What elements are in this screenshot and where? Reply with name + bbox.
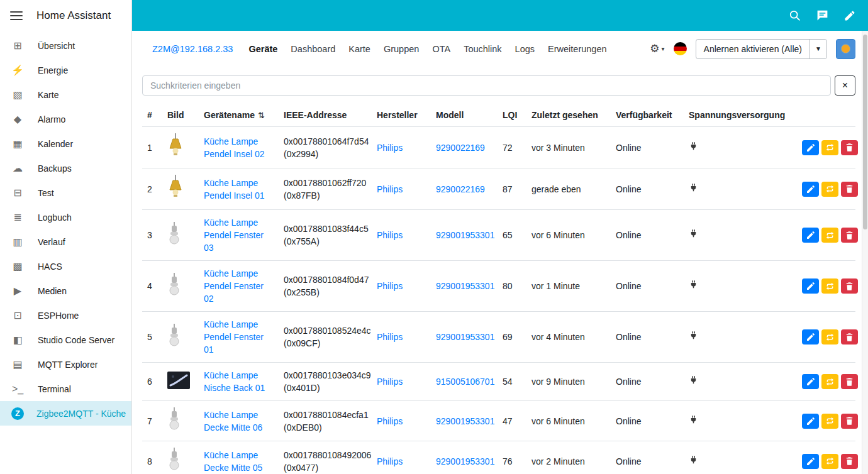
german-flag-icon[interactable]: [674, 42, 687, 55]
sidebar-item-terminal[interactable]: >_Terminal: [0, 377, 131, 401]
plug-icon: [689, 455, 698, 465]
edit-device-button[interactable]: [802, 140, 819, 155]
sidebar-item-zigbee2mqtt-kueche[interactable]: ZZigbee2MQTT - Küche: [0, 401, 131, 426]
remove-device-button[interactable]: [841, 228, 858, 243]
remove-device-button[interactable]: [841, 278, 858, 294]
edit-device-button[interactable]: [802, 329, 819, 344]
sidebar-item-label: Zigbee2MQTT - Küche: [36, 409, 126, 419]
sidebar-item-verlauf[interactable]: ▥Verlauf: [0, 229, 131, 254]
z2m-tab-logs[interactable]: Logs: [515, 44, 535, 54]
z2m-tab-karte[interactable]: Karte: [348, 44, 370, 54]
device-name-link[interactable]: Küche LampePendel Fenster 01: [204, 318, 274, 356]
z2m-tab-geräte[interactable]: Geräte: [248, 44, 277, 54]
model-link[interactable]: 915005106701: [436, 377, 494, 387]
settings-dropdown[interactable]: ⚙▾: [650, 42, 664, 55]
z2m-tab-dashboard[interactable]: Dashboard: [291, 44, 335, 54]
column-header[interactable]: Gerätename⇅: [199, 104, 279, 127]
edit-icon[interactable]: [839, 5, 860, 26]
search-input[interactable]: [142, 75, 831, 96]
reconfigure-device-button[interactable]: [821, 228, 838, 243]
sidebar-item-hacs[interactable]: ▩HACS: [0, 254, 131, 278]
edit-device-button[interactable]: [802, 278, 819, 294]
sort-icon[interactable]: ⇅: [258, 111, 265, 120]
chat-icon[interactable]: [811, 5, 833, 26]
sidebar-item-energie[interactable]: ⚡Energie: [0, 58, 131, 82]
model-link[interactable]: 929001953301: [436, 332, 494, 342]
reconfigure-device-button[interactable]: [821, 374, 838, 389]
vendor-link[interactable]: Philips: [377, 230, 403, 240]
model-link[interactable]: 929001953301: [436, 230, 494, 240]
model-link[interactable]: 929001953301: [436, 456, 494, 466]
edit-device-button[interactable]: [802, 414, 819, 429]
reconfigure-device-button[interactable]: [821, 329, 838, 344]
edit-device-button[interactable]: [802, 228, 819, 243]
sidebar-item-test[interactable]: ⊟Test: [0, 180, 131, 205]
device-name-link[interactable]: Küche LampePendel Fenster 03: [204, 216, 274, 254]
sidebar-item-studio-code-server[interactable]: ◧Studio Code Server: [0, 328, 131, 352]
vendor-link[interactable]: Philips: [377, 456, 403, 466]
device-name-link[interactable]: Küche LampeNische Back 01: [204, 369, 265, 394]
sidebar-item-esphome[interactable]: ⊡ESPHome: [0, 303, 131, 328]
sidebar-item-medien[interactable]: ▶Medien: [0, 278, 131, 303]
remove-device-button[interactable]: [841, 414, 858, 429]
sidebar-item-kalender[interactable]: ▦Kalender: [0, 131, 131, 156]
remove-device-button[interactable]: [841, 140, 858, 155]
edit-device-button[interactable]: [802, 374, 819, 389]
model-link[interactable]: 929001953301: [436, 416, 494, 426]
scrollbar-thumb[interactable]: [863, 35, 867, 229]
row-number: 5: [142, 312, 162, 363]
scrollbar[interactable]: [862, 31, 868, 474]
reconfigure-device-button[interactable]: [821, 414, 838, 429]
edit-device-button[interactable]: [802, 182, 819, 197]
reconfigure-device-button[interactable]: [821, 140, 838, 155]
theme-toggle-button[interactable]: [836, 39, 855, 59]
vendor-link[interactable]: Philips: [377, 416, 403, 426]
device-name-cell: Küche LampePendel Fenster 02: [199, 261, 279, 312]
z2m-tab-gruppen[interactable]: Gruppen: [384, 44, 419, 54]
remove-device-button[interactable]: [841, 374, 858, 389]
remove-device-button[interactable]: [841, 329, 858, 344]
clear-search-button[interactable]: ×: [835, 75, 855, 96]
device-name-link[interactable]: Küche LampePendel Insel 02: [204, 135, 265, 160]
device-name-link[interactable]: Küche LampePendel Insel 01: [204, 177, 265, 202]
permit-join-caret-button[interactable]: ▼: [810, 40, 826, 58]
vendor-cell: Philips: [372, 441, 431, 474]
menu-toggle-icon[interactable]: [10, 11, 24, 20]
vendor-link[interactable]: Philips: [377, 143, 403, 153]
device-name-link[interactable]: Küche LampePendel Fenster 02: [204, 267, 274, 305]
z2m-brand-link[interactable]: Z2M@192.168.2.33: [152, 44, 233, 54]
lqi-value: 65: [498, 210, 526, 261]
permit-join-button[interactable]: Anlernen aktivieren (Alle): [696, 40, 810, 58]
sidebar-item-karte[interactable]: ▧Karte: [0, 82, 131, 107]
sidebar-item-backups[interactable]: ☁Backups: [0, 156, 131, 180]
sidebar-item-logbuch[interactable]: ≣Logbuch: [0, 205, 131, 229]
vendor-link[interactable]: Philips: [377, 332, 403, 342]
row-number: 1: [142, 127, 162, 168]
search-icon[interactable]: [784, 5, 805, 26]
model-link[interactable]: 9290022169: [436, 143, 485, 153]
device-image: [162, 312, 199, 363]
device-row: 2Küche LampePendel Insel 010x00178801062…: [142, 168, 855, 210]
remove-device-button[interactable]: [841, 182, 858, 197]
z2m-tab-touchlink[interactable]: Touchlink: [464, 44, 501, 54]
sidebar-item-label: Karte: [38, 90, 58, 100]
device-name-link[interactable]: Küche LampeDecke Mitte 06: [204, 409, 262, 434]
z2m-tab-ota[interactable]: OTA: [432, 44, 450, 54]
sidebar-item-mqtt-explorer[interactable]: ▤MQTT Explorer: [0, 352, 131, 377]
device-name-link[interactable]: Küche LampeDecke Mitte 05: [204, 449, 262, 474]
reconfigure-device-button[interactable]: [821, 182, 838, 197]
reconfigure-device-button[interactable]: [821, 278, 838, 294]
vendor-link[interactable]: Philips: [377, 184, 403, 194]
remove-device-button[interactable]: [841, 454, 858, 469]
sidebar-item-alarmo[interactable]: ◆Alarmo: [0, 107, 131, 131]
reconfigure-device-button[interactable]: [821, 454, 838, 469]
model-cell: 915005106701: [431, 363, 498, 401]
sidebar-item-uebersicht[interactable]: ⊞Übersicht: [0, 33, 131, 58]
model-link[interactable]: 929001953301: [436, 281, 494, 291]
edit-device-button[interactable]: [802, 454, 819, 469]
vendor-link[interactable]: Philips: [377, 377, 403, 387]
z2m-tab-erweiterungen[interactable]: Erweiterungen: [548, 44, 607, 54]
model-link[interactable]: 9290022169: [436, 184, 485, 194]
last-seen: vor 2 Minuten: [526, 441, 611, 474]
vendor-link[interactable]: Philips: [377, 281, 403, 291]
